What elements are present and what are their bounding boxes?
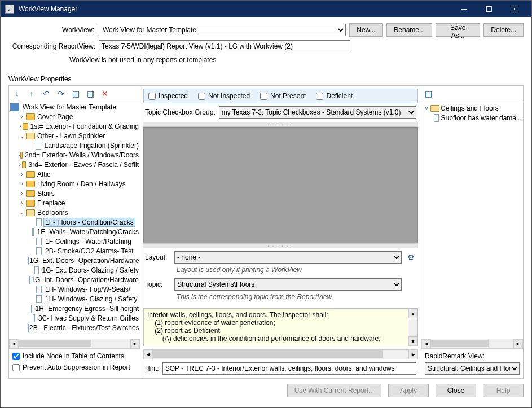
scroll-right-icon[interactable]: ►	[513, 339, 523, 349]
tree-item[interactable]: ⌄Bedrooms	[9, 208, 140, 217]
folder-icon	[26, 170, 35, 178]
left-panel: ↓ ↑ ↶ ↷ ▤ ▥ ✕ Work View for Master Templ…	[9, 86, 140, 378]
tree-item[interactable]: ›Fireplace	[9, 198, 140, 208]
tree-item[interactable]: 3C- Hvac Supply & Return Grilles	[9, 313, 140, 323]
deficient-checkbox[interactable]: Deficient	[316, 92, 353, 100]
tree-item[interactable]: ›Living Room / Den / Hallways	[9, 179, 140, 188]
help-button[interactable]: Help	[483, 384, 524, 397]
scroll-left-icon[interactable]: ◄	[421, 339, 431, 349]
right-child-label: Subfloor has water dama...	[441, 114, 522, 122]
not-present-checkbox[interactable]: Not Present	[260, 92, 306, 100]
redo-icon[interactable]: ↷	[56, 89, 65, 98]
inspected-checkbox[interactable]: Inspected	[148, 92, 188, 100]
page-icon	[433, 114, 440, 122]
tree-item-label: 1H- Emergency Egress- Sill height	[34, 305, 140, 313]
new-item-icon[interactable]: ▥	[86, 89, 95, 98]
folder-icon	[20, 151, 23, 159]
reportview-input[interactable]	[99, 40, 350, 52]
folder-icon	[26, 132, 35, 140]
folder-icon	[23, 122, 28, 130]
tree-item[interactable]: ›1st= Exterior- Foundation & Grading	[9, 121, 140, 131]
right-hscroll[interactable]: ◄ ►	[421, 339, 523, 348]
apply-button[interactable]: Apply	[388, 384, 429, 397]
tree-item[interactable]: 1G- Ext. Doors- Glazing / Safety	[9, 265, 140, 275]
tree-item[interactable]: 1F- Floors - Condition/Cracks	[9, 217, 140, 227]
tree-item[interactable]: ›3rd= Exterior - Eaves / Fascia / Soffit	[9, 160, 140, 169]
tree-item[interactable]: ›Attic	[9, 169, 140, 179]
sop-text-box[interactable]: Interior walls, ceilings, floors, and do…	[143, 308, 418, 346]
page-icon	[28, 276, 29, 284]
use-with-report-button[interactable]: Use With Current Report...	[287, 384, 381, 397]
sop-hscroll[interactable]: ◄ ►	[143, 349, 418, 359]
topic-hint: This is the corresponding topic from the…	[145, 292, 416, 305]
tree-item[interactable]: ›Stairs	[9, 188, 140, 198]
tree-item[interactable]: Landscape Irrigation (Sprinkler)	[9, 141, 140, 150]
delete-icon[interactable]: ✕	[100, 89, 109, 98]
rename-button[interactable]: Rename...	[386, 23, 432, 37]
tree-item[interactable]: ›2nd= Exterior- Walls / Windows/Doors	[9, 150, 140, 160]
tree-item[interactable]: ›Cover Page	[9, 112, 140, 121]
folder-icon	[26, 190, 35, 198]
new-button[interactable]: New...	[349, 23, 382, 37]
new-folder-icon[interactable]: ▤	[71, 89, 80, 98]
page-icon	[35, 247, 43, 255]
editor-area[interactable]	[143, 127, 418, 243]
layout-settings-icon[interactable]: ⚙	[405, 253, 416, 262]
tree-item[interactable]: 1G- Int. Doors- Operation/Hardware	[9, 275, 140, 284]
tree-item[interactable]: ⌄Other - Lawn Sprinkler	[9, 131, 140, 141]
status-check-row: Inspected Not Inspected Not Present Defi…	[143, 89, 418, 103]
topic-group-select[interactable]: my Texas 7-3: Topic Checkboxes - Standar…	[219, 106, 416, 119]
scroll-up-icon[interactable]: ▲	[408, 309, 417, 318]
scroll-left-icon[interactable]: ◄	[9, 339, 19, 349]
workview-tree[interactable]: Work View for Master Template›Cover Page…	[9, 102, 140, 339]
splitter-top[interactable]: · · · · · ·	[143, 122, 418, 127]
delete-button[interactable]: Delete...	[483, 23, 524, 37]
saveas-button[interactable]: Save As...	[436, 23, 480, 37]
close-window-button[interactable]	[502, 1, 527, 17]
layout-label: Layout:	[145, 253, 174, 261]
topic-select[interactable]: Structural Systems\Floors	[174, 278, 402, 291]
rapidremark-select[interactable]: Structural: Ceilings and Floors	[425, 362, 520, 375]
app-icon: ✓	[5, 5, 14, 14]
folder-icon	[26, 180, 35, 188]
scroll-right-icon[interactable]: ►	[130, 339, 140, 349]
tree-item[interactable]: 2B - Electric - Fixtures/Test Switches	[9, 323, 140, 332]
prevent-auto-checkbox[interactable]: Prevent Auto Suppression in Report	[12, 363, 137, 371]
tree-item[interactable]: 2B- Smoke/CO2 Alarms- Test	[9, 246, 140, 256]
move-down-icon[interactable]: ↓	[12, 89, 21, 98]
window-title: WorkView Manager	[19, 5, 451, 13]
tree-item[interactable]: 1E- Walls- Water/Patching/Cracks	[9, 227, 140, 236]
tree-item[interactable]: 1G- Ext. Doors- Operation/Hardware	[9, 256, 140, 265]
tree-item-label: Landscape Irrigation (Sprinkler)	[43, 142, 140, 150]
scroll-right-icon[interactable]: ►	[408, 350, 418, 359]
not-inspected-checkbox[interactable]: Not Inspected	[198, 92, 250, 100]
tree-item[interactable]: 1H- Windows- Fog/W-Seals/	[9, 284, 140, 294]
sop-vscroll[interactable]: ▲ ▼	[408, 309, 417, 346]
scroll-down-icon[interactable]: ▼	[408, 336, 417, 346]
workview-select[interactable]: Work View for Master Template	[98, 24, 346, 36]
left-hscroll[interactable]: ◄ ►	[9, 339, 140, 348]
tree-item[interactable]: 1H- Emergency Egress- Sill height	[9, 304, 140, 313]
right-tree-icon[interactable]: ▤	[425, 89, 432, 98]
tree-item-label: 3C- Hvac Supply & Return Grilles	[37, 314, 140, 322]
workview-properties-label: WorkView Properties	[1, 75, 531, 83]
maximize-button[interactable]	[476, 1, 502, 17]
splitter-bottom[interactable]: · · · · · ·	[143, 243, 418, 248]
undo-icon[interactable]: ↶	[42, 89, 51, 98]
tree-item[interactable]: 1F-Ceilings - Water/Patching	[9, 236, 140, 246]
rapidremark-tree[interactable]: vCeilings and Floors Subfloor has water …	[421, 102, 523, 339]
close-button[interactable]: Close	[436, 384, 476, 397]
hint-input[interactable]	[162, 362, 416, 375]
minimize-button[interactable]	[451, 1, 476, 17]
page-icon	[35, 238, 43, 245]
properties-frame: ↓ ↑ ↶ ↷ ▤ ▥ ✕ Work View for Master Templ…	[8, 85, 524, 379]
tree-item[interactable]: 1H- Windows- Glazing / Safety	[9, 294, 140, 304]
move-up-icon[interactable]: ↑	[27, 89, 36, 98]
folder-icon	[26, 113, 35, 121]
scroll-left-icon[interactable]: ◄	[143, 350, 153, 359]
page-icon	[35, 295, 43, 303]
page-icon	[35, 286, 43, 293]
layout-select[interactable]: - none -	[174, 251, 402, 264]
not-used-message: WorkView is not used in any reports or t…	[69, 56, 524, 64]
include-toc-checkbox[interactable]: Include Node in Table of Contents	[12, 352, 137, 360]
